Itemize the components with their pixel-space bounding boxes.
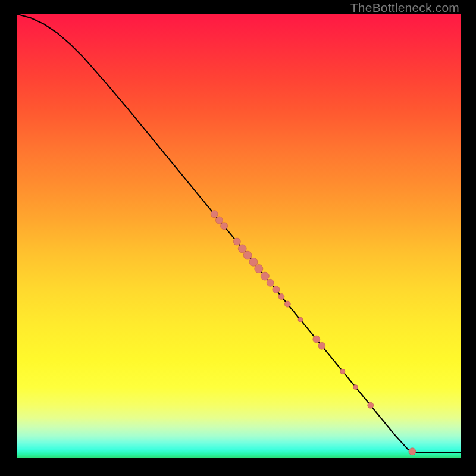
data-point	[340, 369, 345, 374]
performance-curve	[17, 14, 461, 452]
data-point	[267, 279, 274, 286]
data-point	[298, 317, 303, 322]
data-point	[261, 272, 269, 280]
data-point	[211, 211, 218, 218]
data-point	[353, 385, 358, 390]
data-point	[215, 217, 223, 224]
data-point	[368, 402, 374, 408]
data-point	[249, 258, 258, 266]
data-point	[409, 448, 416, 455]
data-point	[273, 286, 280, 293]
data-point	[278, 294, 284, 300]
data-point	[243, 251, 252, 259]
watermark-text: TheBottleneck.com	[350, 1, 459, 15]
data-point	[255, 265, 263, 273]
chart-stage: TheBottleneck.com	[0, 0, 476, 476]
data-point	[313, 336, 320, 343]
data-point	[233, 238, 240, 245]
data-point	[221, 223, 228, 230]
plot-area	[17, 14, 461, 458]
data-point	[238, 245, 246, 253]
data-point	[284, 301, 290, 307]
marker-group	[211, 211, 416, 455]
chart-svg	[17, 14, 461, 458]
data-point	[318, 342, 325, 349]
